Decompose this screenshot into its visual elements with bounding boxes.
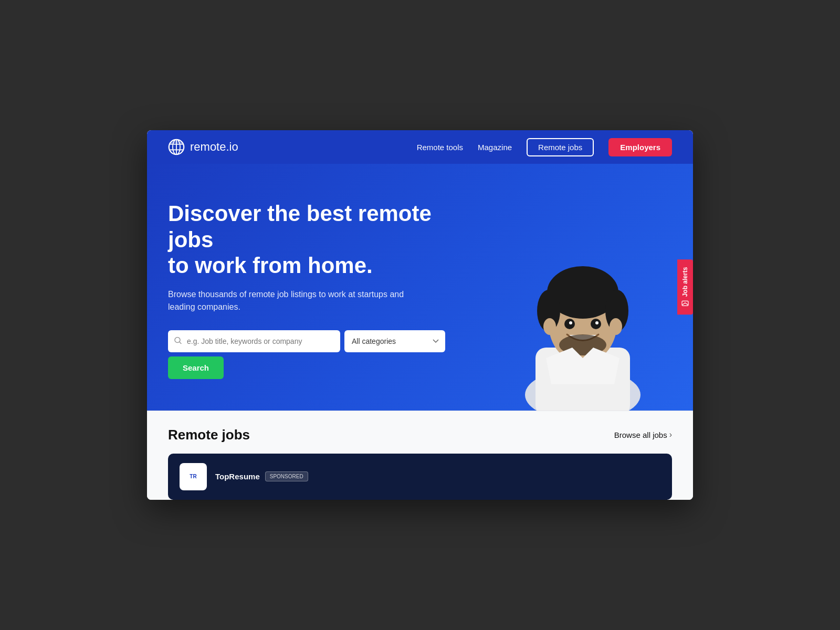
search-icon <box>174 337 182 345</box>
sponsored-badge: SPONSORED <box>265 471 308 481</box>
search-button[interactable]: Search <box>168 356 224 379</box>
search-bar: All categories Software Development Desi… <box>168 330 445 379</box>
logo-wordmark: remote.io <box>190 140 238 154</box>
category-select[interactable]: All categories Software Development Desi… <box>344 330 445 352</box>
mail-icon <box>681 300 689 307</box>
navbar: remote.io Remote tools Magazine Remote j… <box>147 130 693 164</box>
globe-icon <box>168 139 185 155</box>
search-input-wrapper <box>168 330 340 352</box>
remote-jobs-button[interactable]: Remote jobs <box>527 138 594 156</box>
company-logo-text: TR <box>190 474 196 479</box>
hero-subtitle: Browse thousands of remote job listings … <box>168 288 430 313</box>
search-input[interactable] <box>168 330 340 352</box>
hero-title: Discover the best remote jobsto work fro… <box>168 201 445 279</box>
company-logo: TR <box>180 463 207 490</box>
jobs-section: Remote jobs Browse all jobs › TR TopResu… <box>147 411 693 500</box>
nav-magazine[interactable]: Magazine <box>478 143 512 152</box>
hero-person-image <box>494 232 672 411</box>
person-svg <box>504 243 662 411</box>
svg-point-18 <box>569 321 572 324</box>
hero-section: Discover the best remote jobsto work fro… <box>147 164 693 411</box>
hero-content: Discover the best remote jobsto work fro… <box>168 195 445 379</box>
svg-line-6 <box>180 342 181 343</box>
chevron-right-icon: › <box>669 430 672 439</box>
browse-all-jobs-link[interactable]: Browse all jobs › <box>614 430 672 439</box>
company-name: TopResume <box>215 472 260 481</box>
jobs-header: Remote jobs Browse all jobs › <box>168 427 672 443</box>
svg-point-15 <box>610 318 622 335</box>
nav-links: Remote tools Magazine Remote jobs Employ… <box>417 138 672 156</box>
job-alerts-label: Job alerts <box>681 267 689 297</box>
company-name-row: TopResume SPONSORED <box>215 471 308 481</box>
nav-remote-tools[interactable]: Remote tools <box>417 143 463 152</box>
svg-point-14 <box>543 318 556 335</box>
logo[interactable]: remote.io <box>168 139 238 155</box>
svg-rect-21 <box>682 301 688 306</box>
sponsored-job-card[interactable]: TR TopResume SPONSORED <box>168 454 672 500</box>
employers-button[interactable]: Employers <box>608 138 672 156</box>
svg-point-19 <box>595 321 598 324</box>
job-alerts-tab[interactable]: Job alerts <box>677 260 693 315</box>
browse-all-label: Browse all jobs <box>614 430 667 439</box>
jobs-section-title: Remote jobs <box>168 427 250 443</box>
job-card-details: TopResume SPONSORED <box>215 471 308 481</box>
browser-window: remote.io Remote tools Magazine Remote j… <box>147 130 693 500</box>
